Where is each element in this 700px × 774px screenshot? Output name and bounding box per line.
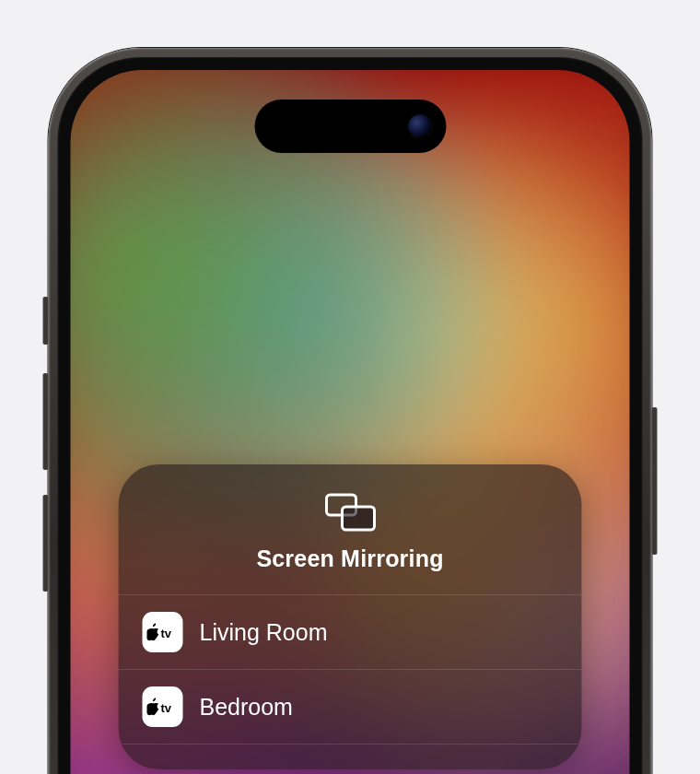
- phone-frame: Screen Mirroring tv Living Room: [49, 48, 652, 774]
- svg-rect-1: [342, 507, 374, 530]
- device-row-extra[interactable]: [119, 744, 582, 769]
- screen-mirroring-panel: Screen Mirroring tv Living Room: [119, 464, 582, 769]
- device-label: Bedroom: [200, 694, 293, 721]
- apple-tv-icon: tv: [143, 686, 183, 727]
- volume-up-button[interactable]: [43, 373, 49, 470]
- screen-mirroring-icon: [323, 492, 377, 533]
- power-button[interactable]: [652, 407, 658, 555]
- dynamic-island: [254, 100, 446, 153]
- mute-switch[interactable]: [43, 297, 49, 345]
- svg-text:tv: tv: [161, 701, 172, 715]
- panel-header: Screen Mirroring: [119, 464, 582, 594]
- device-row-living-room[interactable]: tv Living Room: [119, 594, 582, 669]
- svg-text:tv: tv: [161, 627, 172, 640]
- device-label: Living Room: [200, 619, 328, 646]
- apple-tv-icon: tv: [143, 612, 183, 652]
- front-camera: [408, 115, 431, 138]
- panel-title: Screen Mirroring: [256, 545, 443, 572]
- device-row-bedroom[interactable]: tv Bedroom: [119, 669, 582, 744]
- phone-screen: Screen Mirroring tv Living Room: [71, 70, 630, 774]
- volume-down-button[interactable]: [43, 495, 49, 592]
